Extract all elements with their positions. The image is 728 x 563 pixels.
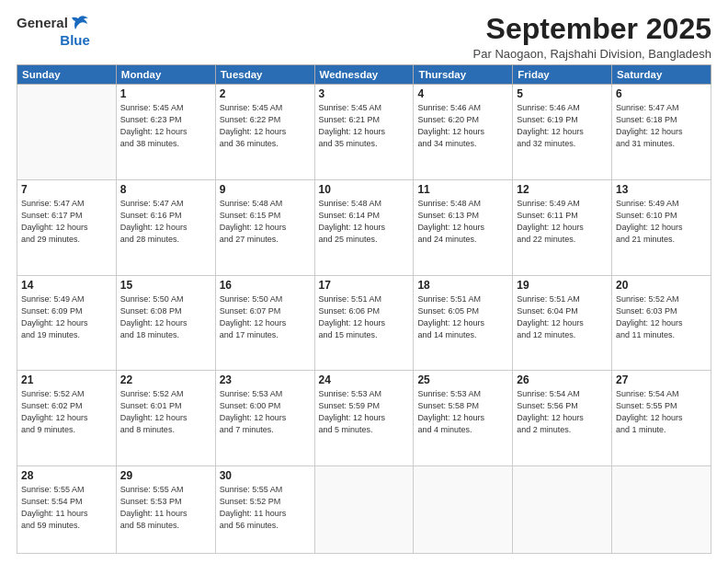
day-number: 21 xyxy=(21,373,112,386)
day-number: 14 xyxy=(21,279,112,292)
logo-text-blue: Blue xyxy=(60,33,90,49)
table-row: 17Sunrise: 5:51 AM Sunset: 6:06 PM Dayli… xyxy=(314,275,414,371)
day-info: Sunrise: 5:52 AM Sunset: 6:03 PM Dayligh… xyxy=(616,293,707,341)
table-row: 1Sunrise: 5:45 AM Sunset: 6:23 PM Daylig… xyxy=(116,85,215,180)
table-row: 9Sunrise: 5:48 AM Sunset: 6:15 PM Daylig… xyxy=(215,179,314,275)
day-number: 10 xyxy=(319,183,410,196)
table-row: 24Sunrise: 5:53 AM Sunset: 5:59 PM Dayli… xyxy=(314,371,414,466)
day-number: 5 xyxy=(517,87,608,100)
table-row: 27Sunrise: 5:54 AM Sunset: 5:55 PM Dayli… xyxy=(612,371,711,466)
table-row: 29Sunrise: 5:55 AM Sunset: 5:53 PM Dayli… xyxy=(116,465,215,553)
table-row: 22Sunrise: 5:52 AM Sunset: 6:01 PM Dayli… xyxy=(116,371,215,466)
day-info: Sunrise: 5:49 AM Sunset: 6:10 PM Dayligh… xyxy=(616,198,707,246)
col-saturday: Saturday xyxy=(612,65,711,85)
day-info: Sunrise: 5:55 AM Sunset: 5:53 PM Dayligh… xyxy=(120,484,211,532)
table-row: 25Sunrise: 5:53 AM Sunset: 5:58 PM Dayli… xyxy=(414,371,513,466)
day-info: Sunrise: 5:45 AM Sunset: 6:23 PM Dayligh… xyxy=(120,102,211,150)
day-number: 28 xyxy=(21,469,112,482)
day-info: Sunrise: 5:47 AM Sunset: 6:16 PM Dayligh… xyxy=(120,198,211,246)
day-number: 24 xyxy=(319,373,410,386)
table-row: 23Sunrise: 5:53 AM Sunset: 6:00 PM Dayli… xyxy=(215,371,314,466)
day-number: 22 xyxy=(120,373,211,386)
day-number: 7 xyxy=(21,183,112,196)
day-number: 1 xyxy=(120,87,211,100)
day-number: 23 xyxy=(220,373,311,386)
day-info: Sunrise: 5:50 AM Sunset: 6:08 PM Dayligh… xyxy=(120,293,211,341)
table-row: 16Sunrise: 5:50 AM Sunset: 6:07 PM Dayli… xyxy=(215,275,314,371)
col-friday: Friday xyxy=(513,65,612,85)
table-row: 14Sunrise: 5:49 AM Sunset: 6:09 PM Dayli… xyxy=(17,275,117,371)
table-row: 11Sunrise: 5:48 AM Sunset: 6:13 PM Dayli… xyxy=(414,179,513,275)
day-number: 2 xyxy=(220,87,311,100)
day-number: 19 xyxy=(517,279,608,292)
day-number: 6 xyxy=(616,87,707,100)
col-monday: Monday xyxy=(116,65,215,85)
day-info: Sunrise: 5:48 AM Sunset: 6:13 PM Dayligh… xyxy=(417,198,508,246)
table-row: 21Sunrise: 5:52 AM Sunset: 6:02 PM Dayli… xyxy=(17,371,117,466)
table-row: 5Sunrise: 5:46 AM Sunset: 6:19 PM Daylig… xyxy=(513,85,612,180)
day-number: 20 xyxy=(616,279,707,292)
table-row: 8Sunrise: 5:47 AM Sunset: 6:16 PM Daylig… xyxy=(116,179,215,275)
table-row: 28Sunrise: 5:55 AM Sunset: 5:54 PM Dayli… xyxy=(17,465,117,553)
day-number: 13 xyxy=(616,183,707,196)
day-number: 4 xyxy=(417,87,508,100)
day-info: Sunrise: 5:48 AM Sunset: 6:14 PM Dayligh… xyxy=(319,198,410,246)
table-row xyxy=(612,465,711,553)
title-block: September 2025 Par Naogaon, Rajshahi Div… xyxy=(473,13,711,61)
day-number: 12 xyxy=(517,183,608,196)
page: General Blue September 2025 Par Naogaon,… xyxy=(0,0,728,563)
day-info: Sunrise: 5:54 AM Sunset: 5:55 PM Dayligh… xyxy=(616,388,707,436)
day-info: Sunrise: 5:45 AM Sunset: 6:21 PM Dayligh… xyxy=(319,102,410,150)
day-info: Sunrise: 5:53 AM Sunset: 5:59 PM Dayligh… xyxy=(319,388,410,436)
month-title: September 2025 xyxy=(473,13,711,45)
header-row: Sunday Monday Tuesday Wednesday Thursday… xyxy=(17,65,711,85)
logo-text-general: General xyxy=(17,16,68,31)
table-row: 3Sunrise: 5:45 AM Sunset: 6:21 PM Daylig… xyxy=(314,85,414,180)
day-info: Sunrise: 5:52 AM Sunset: 6:02 PM Dayligh… xyxy=(21,388,112,436)
day-number: 18 xyxy=(417,279,508,292)
day-number: 26 xyxy=(517,373,608,386)
calendar-table: Sunday Monday Tuesday Wednesday Thursday… xyxy=(17,64,711,554)
day-info: Sunrise: 5:53 AM Sunset: 6:00 PM Dayligh… xyxy=(220,388,311,436)
day-info: Sunrise: 5:52 AM Sunset: 6:01 PM Dayligh… xyxy=(120,388,211,436)
subtitle: Par Naogaon, Rajshahi Division, Banglade… xyxy=(473,47,711,61)
day-info: Sunrise: 5:54 AM Sunset: 5:56 PM Dayligh… xyxy=(517,388,608,436)
day-number: 25 xyxy=(417,373,508,386)
day-info: Sunrise: 5:49 AM Sunset: 6:09 PM Dayligh… xyxy=(21,293,112,341)
table-row: 6Sunrise: 5:47 AM Sunset: 6:18 PM Daylig… xyxy=(612,85,711,180)
day-info: Sunrise: 5:55 AM Sunset: 5:52 PM Dayligh… xyxy=(220,484,311,532)
day-info: Sunrise: 5:51 AM Sunset: 6:06 PM Dayligh… xyxy=(319,293,410,341)
day-info: Sunrise: 5:48 AM Sunset: 6:15 PM Dayligh… xyxy=(220,198,311,246)
day-info: Sunrise: 5:51 AM Sunset: 6:05 PM Dayligh… xyxy=(417,293,508,341)
table-row: 2Sunrise: 5:45 AM Sunset: 6:22 PM Daylig… xyxy=(215,85,314,180)
table-row: 20Sunrise: 5:52 AM Sunset: 6:03 PM Dayli… xyxy=(612,275,711,371)
table-row: 10Sunrise: 5:48 AM Sunset: 6:14 PM Dayli… xyxy=(314,179,414,275)
day-number: 15 xyxy=(120,279,211,292)
table-row: 13Sunrise: 5:49 AM Sunset: 6:10 PM Dayli… xyxy=(612,179,711,275)
table-row: 12Sunrise: 5:49 AM Sunset: 6:11 PM Dayli… xyxy=(513,179,612,275)
table-row: 4Sunrise: 5:46 AM Sunset: 6:20 PM Daylig… xyxy=(414,85,513,180)
day-number: 9 xyxy=(220,183,311,196)
col-wednesday: Wednesday xyxy=(314,65,414,85)
day-info: Sunrise: 5:47 AM Sunset: 6:17 PM Dayligh… xyxy=(21,198,112,246)
day-number: 17 xyxy=(319,279,410,292)
table-row xyxy=(513,465,612,553)
day-info: Sunrise: 5:55 AM Sunset: 5:54 PM Dayligh… xyxy=(21,484,112,532)
day-number: 29 xyxy=(120,469,211,482)
table-row xyxy=(17,85,117,180)
col-thursday: Thursday xyxy=(414,65,513,85)
day-info: Sunrise: 5:45 AM Sunset: 6:22 PM Dayligh… xyxy=(220,102,311,150)
col-sunday: Sunday xyxy=(17,65,117,85)
table-row xyxy=(314,465,414,553)
table-row: 7Sunrise: 5:47 AM Sunset: 6:17 PM Daylig… xyxy=(17,179,117,275)
day-info: Sunrise: 5:46 AM Sunset: 6:19 PM Dayligh… xyxy=(517,102,608,150)
day-number: 16 xyxy=(220,279,311,292)
table-row: 30Sunrise: 5:55 AM Sunset: 5:52 PM Dayli… xyxy=(215,465,314,553)
day-number: 11 xyxy=(417,183,508,196)
day-info: Sunrise: 5:49 AM Sunset: 6:11 PM Dayligh… xyxy=(517,198,608,246)
day-info: Sunrise: 5:46 AM Sunset: 6:20 PM Dayligh… xyxy=(417,102,508,150)
table-row: 26Sunrise: 5:54 AM Sunset: 5:56 PM Dayli… xyxy=(513,371,612,466)
table-row: 19Sunrise: 5:51 AM Sunset: 6:04 PM Dayli… xyxy=(513,275,612,371)
table-row: 15Sunrise: 5:50 AM Sunset: 6:08 PM Dayli… xyxy=(116,275,215,371)
table-row xyxy=(414,465,513,553)
